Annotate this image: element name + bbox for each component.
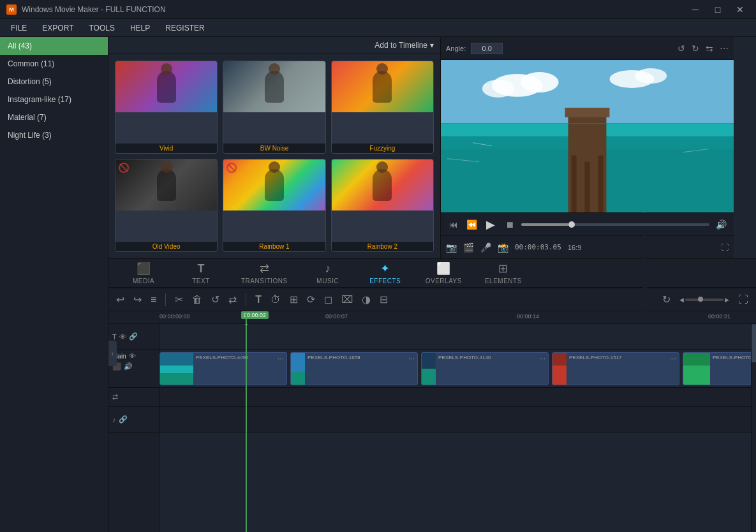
text-track-link-icon[interactable]: 🔗: [129, 332, 138, 341]
timeline-vscroll[interactable]: [751, 324, 756, 532]
tab-transitions[interactable]: ⇄ TRANSITIONS: [236, 259, 293, 287]
category-distortion[interactable]: Distortion (5): [0, 73, 108, 91]
tl-text-button[interactable]: T: [253, 293, 264, 307]
svg-point-3: [521, 72, 559, 92]
title-bar: M Windows Movie Maker - FULL FUNCTION ─ …: [0, 0, 756, 19]
main-audio-icon[interactable]: 🔊: [124, 362, 133, 371]
tab-elements[interactable]: ⊞ ELEMENTS: [480, 259, 527, 287]
audio-track-label: ♪ 🔗: [108, 407, 159, 432]
main-eye-icon[interactable]: 👁: [129, 352, 136, 360]
redo-icon[interactable]: ↻: [692, 43, 699, 54]
clip-1-dots[interactable]: ···: [278, 354, 284, 363]
tab-media[interactable]: ⬛ MEDIA: [121, 259, 166, 287]
tl-clock-button[interactable]: ⏱: [268, 293, 283, 307]
tl-reverse-button[interactable]: ⇄: [226, 292, 239, 307]
tl-undo-button[interactable]: ↩: [114, 292, 127, 307]
menu-export[interactable]: EXPORT: [34, 21, 81, 35]
main-layout: All (43) Common (11) Distortion (5) Inst…: [0, 37, 756, 532]
menu-file[interactable]: FILE: [3, 21, 34, 35]
category-nightlife[interactable]: Night Life (3): [0, 126, 108, 144]
tl-fullscreen-button[interactable]: ⛶: [736, 293, 751, 307]
flip-icon[interactable]: ⇆: [706, 43, 713, 54]
category-material[interactable]: Material (7): [0, 108, 108, 126]
playback-controls: ⏮ ⏪ ▶ ⏹ 🔊: [441, 212, 734, 235]
tl-loop-button[interactable]: ↻: [660, 292, 673, 307]
category-instagram[interactable]: Instagram-like (17): [0, 91, 108, 108]
tab-text[interactable]: T TEXT: [179, 260, 223, 287]
tab-effects[interactable]: ✦ EFFECTS: [363, 259, 408, 287]
more-icon[interactable]: ⋯: [720, 43, 729, 54]
svg-rect-24: [422, 369, 436, 385]
text-track-eye-icon[interactable]: 👁: [119, 333, 126, 341]
category-all[interactable]: All (43): [0, 37, 108, 55]
clip-5[interactable]: PEXELS-PHOTO-3817 ···: [683, 352, 751, 385]
effect-vivid[interactable]: Vivid: [115, 61, 218, 154]
clip-4[interactable]: PEXELS-PHOTO-1517 ···: [552, 352, 679, 385]
window-controls: ─ □ ✕: [686, 3, 750, 16]
angle-input[interactable]: [471, 43, 503, 54]
clip-2-dots[interactable]: ···: [408, 354, 415, 363]
audio-link-icon[interactable]: 🔗: [119, 415, 128, 424]
minimize-button[interactable]: ─: [686, 3, 705, 16]
clip-4-dots[interactable]: ···: [670, 354, 676, 363]
progress-bar[interactable]: [521, 223, 709, 226]
tl-speed-slider[interactable]: ◀▶: [677, 295, 732, 304]
effect-rainbow1-label: Rainbow 1: [223, 242, 325, 251]
camera-icon[interactable]: 📷: [446, 242, 457, 253]
tl-shape-button[interactable]: ◻: [322, 292, 335, 307]
snapshot-icon[interactable]: 📸: [498, 242, 508, 253]
effect-bwnoise-label: BW Noise: [223, 144, 325, 153]
undo-icon[interactable]: ↺: [678, 43, 685, 54]
maximize-button[interactable]: □: [708, 3, 727, 16]
transitions-icon: ⇄: [260, 262, 269, 276]
tl-rotate-button[interactable]: ↺: [209, 292, 222, 307]
video-icon[interactable]: 🎬: [463, 242, 474, 253]
effect-rainbow2-label: Rainbow 2: [332, 242, 433, 251]
volume-icon[interactable]: 🔊: [715, 218, 727, 231]
tl-redo-button[interactable]: ↪: [131, 292, 144, 307]
tab-overlays[interactable]: ⬜ OVERLAYS: [420, 259, 467, 287]
audio-track-row: [159, 407, 751, 432]
tl-color-button[interactable]: ◑: [359, 292, 373, 307]
tl-template-button[interactable]: ⊟: [377, 292, 390, 307]
tl-group-button[interactable]: ⊞: [287, 292, 300, 307]
svg-rect-26: [552, 366, 567, 385]
mic-icon[interactable]: 🎤: [480, 242, 491, 253]
clip-1[interactable]: PEXELS-PHOTO-4496 ···: [159, 352, 287, 385]
clip-3-dots[interactable]: ···: [539, 354, 545, 363]
prev-frame-button[interactable]: ⏪: [465, 218, 478, 231]
tracks-area[interactable]: PEXELS-PHOTO-4496 ··· PEXELS-PHOTO-1659: [159, 324, 751, 532]
skip-start-button[interactable]: ⏮: [447, 218, 460, 231]
text-icon: T: [198, 262, 205, 276]
effect-oldvideo[interactable]: Old Video: [115, 159, 218, 252]
tl-motion-button[interactable]: ⟳: [304, 292, 318, 307]
app-title: Windows Movie Maker - FULL FUNCTION: [22, 5, 166, 14]
tl-delete-button[interactable]: 🗑: [189, 293, 205, 307]
tl-separator-1: [165, 293, 166, 306]
menu-register[interactable]: REGISTER: [158, 21, 212, 35]
effect-bwnoise[interactable]: BW Noise: [223, 61, 325, 154]
menu-tools[interactable]: TOOLS: [81, 21, 122, 35]
category-common[interactable]: Common (11): [0, 55, 108, 73]
effect-fuzzying[interactable]: Fuzzying: [331, 61, 434, 154]
add-to-timeline-button[interactable]: Add to Timeline ▾: [374, 41, 434, 50]
video-preview: [441, 60, 734, 212]
effect-rainbow2[interactable]: Rainbow 2: [331, 159, 434, 252]
clip-3[interactable]: PEXELS-PHOTO-4140 ···: [421, 352, 549, 385]
play-button[interactable]: ▶: [483, 217, 498, 232]
effect-rainbow1[interactable]: Rainbow 1: [223, 159, 325, 252]
main-track-row: PEXELS-PHOTO-4496 ··· PEXELS-PHOTO-1659: [159, 350, 751, 388]
tab-music[interactable]: ♪ MUSIC: [306, 260, 350, 287]
category-list: All (43) Common (11) Distortion (5) Inst…: [0, 37, 108, 532]
tl-settings-button[interactable]: ≡: [148, 293, 159, 307]
clip-2[interactable]: PEXELS-PHOTO-1659 ···: [290, 352, 418, 385]
menu-help[interactable]: HELP: [122, 21, 158, 35]
tl-split-button[interactable]: ✂: [172, 292, 186, 307]
close-button[interactable]: ✕: [730, 3, 750, 16]
svg-rect-28: [683, 366, 710, 385]
collapse-panel-button[interactable]: ‹: [108, 341, 117, 366]
stop-button[interactable]: ⏹: [503, 218, 516, 231]
effect-bwnoise-thumb: [223, 61, 325, 112]
expand-button[interactable]: ⛶: [721, 243, 729, 252]
tl-crop-button[interactable]: ⌧: [339, 292, 355, 307]
